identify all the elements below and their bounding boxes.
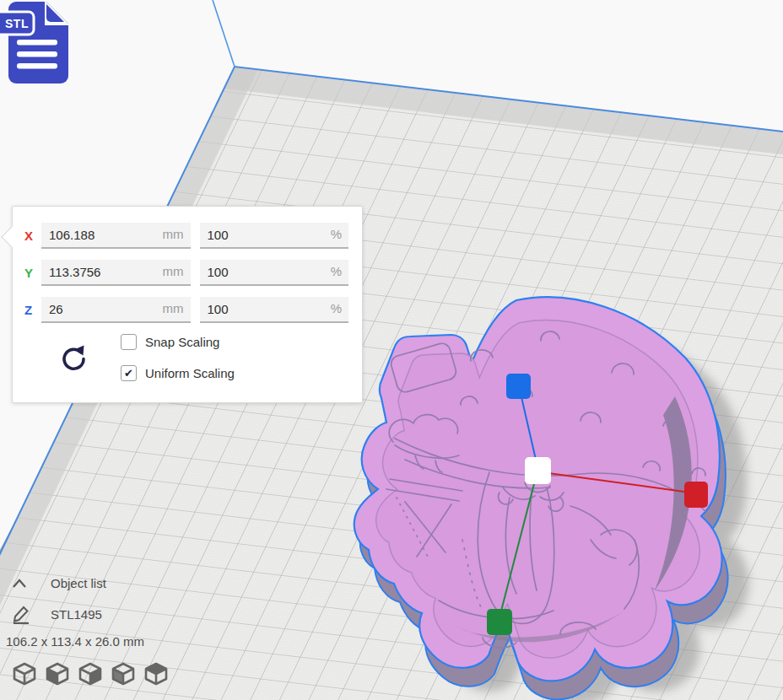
x-size-field: mm (41, 223, 191, 249)
y-size-input[interactable] (41, 260, 191, 284)
view-top-button[interactable] (77, 660, 105, 687)
snap-scaling-label: Snap Scaling (145, 335, 219, 349)
object-list-item[interactable]: STL1495 (12, 604, 102, 624)
uniform-scaling-label: Uniform Scaling (145, 366, 235, 380)
model-dimensions-text: 106.2 x 113.4 x 26.0 mm (6, 634, 144, 649)
axis-y-label: Y (24, 266, 41, 280)
plate-corner-axis-line (213, 0, 235, 67)
object-list-title: Object list (51, 576, 106, 590)
camera-view-toolbar (11, 660, 176, 687)
snap-scaling-checkbox[interactable]: ✔ (121, 334, 137, 350)
x-percent-input[interactable] (200, 223, 349, 247)
z-size-input[interactable] (41, 297, 191, 321)
scale-row-y: Y mm % (24, 260, 348, 286)
y-size-field: mm (41, 260, 191, 286)
uniform-check-icon: ✔ (124, 368, 133, 379)
snap-scaling-option: ✔ Snap Scaling (121, 334, 235, 350)
stl-file-icon: STL (0, 0, 78, 86)
pencil-icon (12, 604, 30, 624)
view-front-button[interactable] (44, 660, 72, 687)
gizmo-x-handle[interactable] (684, 482, 708, 508)
axis-z-label: Z (24, 303, 41, 317)
object-list-header[interactable]: Object list (12, 576, 106, 590)
uniform-scaling-option: ✔ Uniform Scaling (121, 365, 235, 381)
scale-row-x: X mm % (24, 223, 348, 249)
cube-top-face-icon (143, 661, 170, 687)
scale-row-z: Z mm % (24, 297, 348, 323)
object-item-name: STL1495 (51, 607, 102, 622)
cube-left-face-icon (110, 661, 137, 687)
chevron-up-icon (12, 579, 27, 589)
stl-badge-label: STL (5, 17, 29, 30)
view-left-button[interactable] (110, 660, 138, 687)
z-percent-input[interactable] (200, 297, 349, 321)
y-percent-field: % (200, 260, 349, 286)
z-size-field: mm (41, 297, 191, 323)
axis-x-label: X (24, 229, 41, 243)
gizmo-uniform-handle[interactable] (525, 457, 551, 484)
cube-right-face-icon (77, 661, 104, 687)
cube-front-icon (44, 661, 71, 687)
scale-tool-panel: X mm % Y mm % Z mm (12, 206, 363, 403)
reset-scale-button[interactable] (58, 341, 94, 376)
reset-arrow-icon (58, 343, 89, 374)
scale-panel-options: ✔ Snap Scaling ✔ Uniform Scaling (24, 334, 348, 396)
y-percent-input[interactable] (200, 260, 349, 284)
uniform-scaling-checkbox[interactable]: ✔ (121, 365, 137, 381)
view-3d-button[interactable] (11, 660, 39, 687)
cube-3d-icon (11, 661, 38, 687)
gizmo-y-handle[interactable] (487, 609, 512, 635)
cura-viewport: STL X mm % Y mm % (0, 0, 783, 700)
z-percent-field: % (200, 297, 349, 323)
view-right-button[interactable] (143, 660, 170, 687)
x-size-input[interactable] (41, 223, 191, 247)
gizmo-z-handle[interactable] (506, 374, 531, 399)
x-percent-field: % (200, 223, 349, 249)
